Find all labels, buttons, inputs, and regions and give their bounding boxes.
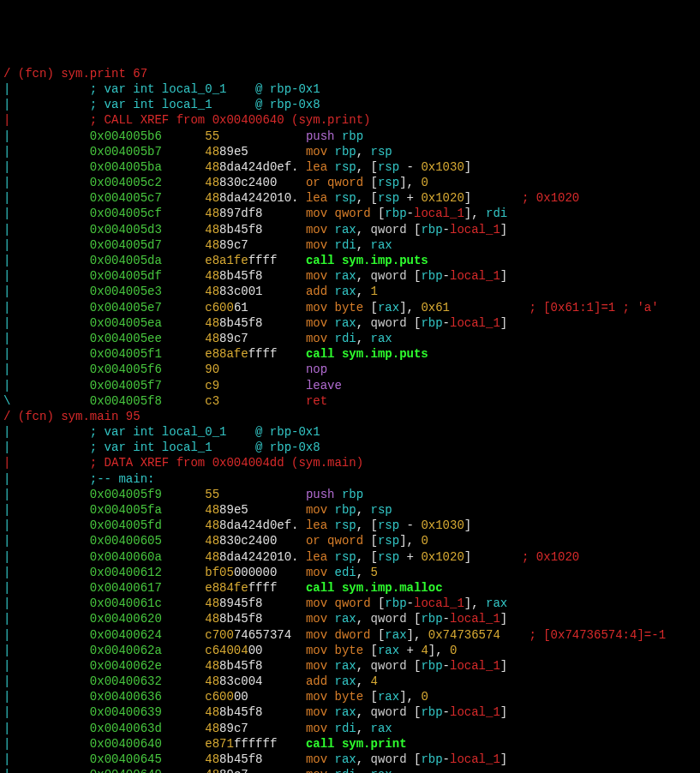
asm-row: | 0x0040061c 488945f8 mov qword [rbp-loc… bbox=[3, 596, 697, 611]
asm-row: \ 0x004005f8 c3 ret bbox=[3, 393, 697, 409]
fn-var: | ; var int local_1 @ rbp-0x8 bbox=[3, 97, 697, 112]
fn-var: | ; var int local_1 @ rbp-0x8 bbox=[3, 440, 697, 455]
fn-xref: | ; CALL XREF from 0x00400640 (sym.print… bbox=[3, 112, 697, 128]
asm-row: | 0x00400636 c60000 mov byte [rax], 0 bbox=[3, 689, 697, 704]
asm-row: | 0x00400640 e871ffffff call sym.print bbox=[3, 736, 697, 752]
fn-header: / (fcn) sym.main 95 bbox=[3, 409, 697, 424]
asm-row: | 0x0040060a 488da4242010. lea rsp, [rsp… bbox=[3, 549, 697, 565]
asm-row: | 0x004005ea 488b45f8 mov rax, qword [rb… bbox=[3, 315, 697, 331]
asm-row: | 0x004005f6 90 nop bbox=[3, 362, 697, 377]
asm-row: | 0x004005ee 4889c7 mov rdi, rax bbox=[3, 331, 697, 346]
asm-row: | 0x004005c2 48830c2400 or qword [rsp], … bbox=[3, 175, 697, 190]
asm-row: | 0x0040063d 4889c7 mov rdi, rax bbox=[3, 721, 697, 736]
asm-row: | 0x004005f9 55 push rbp bbox=[3, 487, 697, 502]
asm-row: | 0x004005c7 488da4242010. lea rsp, [rsp… bbox=[3, 190, 697, 206]
asm-row: | 0x0040062a c6400400 mov byte [rax + 4]… bbox=[3, 643, 697, 658]
asm-row: | 0x004005b7 4889e5 mov rbp, rsp bbox=[3, 144, 697, 159]
asm-row: | 0x004005d7 4889c7 mov rdi, rax bbox=[3, 237, 697, 253]
asm-row: | 0x00400612 bf05000000 mov edi, 5 bbox=[3, 565, 697, 580]
disassembly-listing: / (fcn) sym.print 67| ; var int local_0_… bbox=[3, 66, 697, 773]
fn-var: | ; var int local_0_1 @ rbp-0x1 bbox=[3, 424, 697, 440]
asm-row: | 0x00400649 4889c7 mov rdi, rax bbox=[3, 767, 697, 773]
asm-row: | 0x004005e7 c60061 mov byte [rax], 0x61… bbox=[3, 300, 697, 315]
asm-row: | 0x004005cf 48897df8 mov qword [rbp-loc… bbox=[3, 206, 697, 221]
fn-marker: | ;-- main: bbox=[3, 471, 697, 487]
asm-row: | 0x00400624 c70074657374 mov dword [rax… bbox=[3, 627, 697, 643]
fn-xref: | ; DATA XREF from 0x004004dd (sym.main) bbox=[3, 455, 697, 470]
asm-row: | 0x004005df 488b45f8 mov rax, qword [rb… bbox=[3, 268, 697, 284]
asm-row: | 0x00400639 488b45f8 mov rax, qword [rb… bbox=[3, 704, 697, 720]
asm-row: | 0x0040062e 488b45f8 mov rax, qword [rb… bbox=[3, 658, 697, 674]
asm-row: | 0x004005da e8a1feffff call sym.imp.put… bbox=[3, 253, 697, 268]
fn-header: / (fcn) sym.print 67 bbox=[3, 66, 697, 81]
asm-row: | 0x004005d3 488b45f8 mov rax, qword [rb… bbox=[3, 222, 697, 237]
asm-row: | 0x004005fa 4889e5 mov rbp, rsp bbox=[3, 502, 697, 518]
asm-row: | 0x00400617 e884feffff call sym.imp.mal… bbox=[3, 580, 697, 596]
asm-row: | 0x004005ba 488da424d0ef. lea rsp, [rsp… bbox=[3, 159, 697, 175]
asm-row: | 0x004005b6 55 push rbp bbox=[3, 129, 697, 144]
fn-var: | ; var int local_0_1 @ rbp-0x1 bbox=[3, 81, 697, 97]
asm-row: | 0x004005f1 e88afeffff call sym.imp.put… bbox=[3, 346, 697, 362]
asm-row: | 0x00400620 488b45f8 mov rax, qword [rb… bbox=[3, 611, 697, 626]
asm-row: | 0x004005f7 c9 leave bbox=[3, 378, 697, 393]
asm-row: | 0x004005fd 488da424d0ef. lea rsp, [rsp… bbox=[3, 518, 697, 533]
asm-row: | 0x00400645 488b45f8 mov rax, qword [rb… bbox=[3, 752, 697, 767]
asm-row: | 0x004005e3 4883c001 add rax, 1 bbox=[3, 284, 697, 299]
asm-row: | 0x00400605 48830c2400 or qword [rsp], … bbox=[3, 533, 697, 548]
asm-row: | 0x00400632 4883c004 add rax, 4 bbox=[3, 674, 697, 689]
